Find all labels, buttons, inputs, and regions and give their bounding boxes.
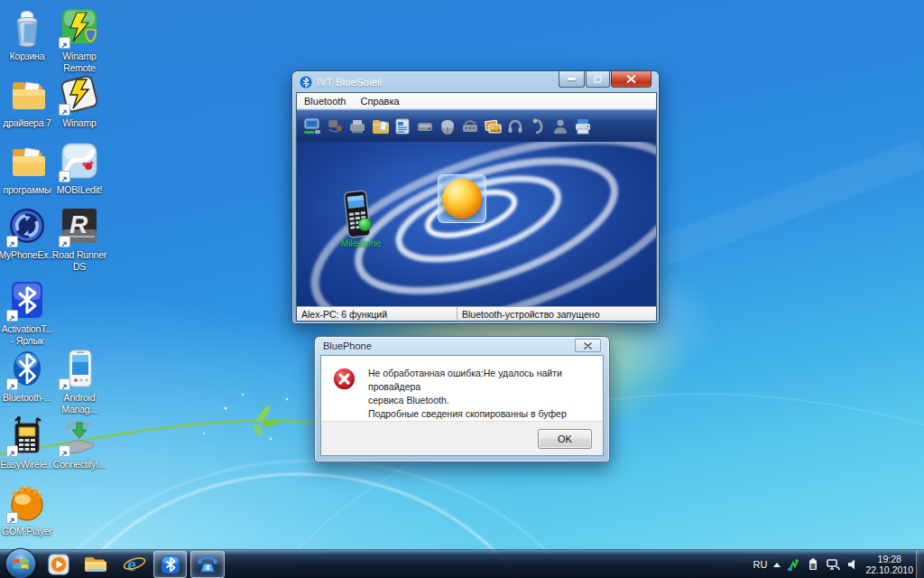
- error-icon: [334, 368, 355, 389]
- show-desktop-button[interactable]: [916, 550, 924, 578]
- taskbar-ie-button[interactable]: e: [119, 551, 150, 578]
- shortcut-arrow-icon: [59, 378, 70, 390]
- desktop-icon-easywireless[interactable]: EasyWirele...: [2, 415, 52, 471]
- volume-tray-icon[interactable]: [847, 558, 859, 571]
- myphoneexplorer-icon: [6, 206, 48, 247]
- close-icon: [626, 75, 636, 83]
- status-bluetooth-state: Bluetooth-устройство запущено: [457, 307, 656, 321]
- minimize-icon: [568, 78, 576, 80]
- minimize-button[interactable]: [559, 71, 585, 88]
- bluetooth-square-icon: [6, 280, 48, 322]
- desktop-icon-bluetooth[interactable]: Bluetooth-...: [2, 349, 52, 404]
- svg-text:R: R: [69, 210, 88, 238]
- menu-help[interactable]: Справка: [353, 95, 406, 107]
- desktop-icon-mobiledit[interactable]: MOBILedit!: [54, 141, 105, 196]
- hand-phone-icon: [59, 415, 100, 457]
- personal-network-icon[interactable]: [550, 115, 570, 138]
- local-device-sun-icon: [442, 179, 482, 219]
- caption-buttons: [559, 71, 651, 88]
- windows-logo-icon: [12, 555, 30, 573]
- close-icon: [584, 342, 592, 350]
- shortcut-arrow-icon: [6, 512, 18, 524]
- taskbar: e RU: [0, 549, 924, 578]
- road-runner-icon: R: [59, 206, 100, 247]
- mobiledit-icon: [59, 141, 100, 182]
- shortcut-arrow-icon: [59, 104, 70, 116]
- information-sync-icon[interactable]: [393, 115, 412, 138]
- power-tray-icon[interactable]: [807, 557, 819, 572]
- statusbar: Alex-PC: 6 функций Bluetooth-устройство …: [297, 306, 656, 321]
- serial-port-icon[interactable]: [438, 115, 457, 138]
- show-hidden-icons-button[interactable]: [773, 563, 781, 567]
- winamp-icon: [59, 74, 100, 116]
- shortcut-arrow-icon: [6, 445, 18, 457]
- dialog-close-button[interactable]: [575, 339, 601, 352]
- desktop-icon-winamp-remote[interactable]: Winamp Remote: [54, 7, 105, 74]
- local-device-selection[interactable]: [438, 174, 486, 223]
- desktop-icon-label: Android Manag...: [47, 392, 112, 415]
- file-transfer-icon[interactable]: [370, 115, 390, 138]
- fax-icon[interactable]: [347, 115, 367, 138]
- window-title: IVT BlueSoleil: [317, 77, 382, 88]
- desktop-icon-recycle-bin[interactable]: Корзина: [2, 7, 52, 62]
- desktop-icon-android-manager[interactable]: Android Manag...: [54, 349, 105, 415]
- language-indicator[interactable]: RU: [753, 559, 768, 570]
- dialog-body: Не обработанная ошибка:Не удалось найти …: [320, 355, 604, 456]
- taskbar-bluephone-button[interactable]: [190, 551, 225, 578]
- folder-icon: [6, 141, 48, 182]
- shortcut-arrow-icon: [59, 445, 70, 457]
- bluesoleil-client-area: Bluetooth Справка: [296, 92, 657, 322]
- headphones-icon[interactable]: [505, 115, 525, 138]
- bluetooth-workspace[interactable]: Milestone: [297, 142, 656, 306]
- menubar: Bluetooth Справка: [297, 93, 656, 109]
- desktop-icon-road-runner[interactable]: R Road Runner DS: [54, 206, 105, 273]
- explorer-folder-icon: [82, 553, 107, 576]
- bluesoleil-bluetooth-icon: [160, 554, 181, 575]
- shortcut-arrow-icon: [6, 310, 18, 322]
- desktop-icon-drivers-folder[interactable]: драйвера 7: [2, 74, 52, 129]
- dialup-networking-icon[interactable]: [325, 115, 345, 138]
- tray-clock[interactable]: 19:28 22.10.2010: [865, 554, 913, 575]
- wireless-phone-icon: [6, 415, 48, 457]
- desktop-icon-activation[interactable]: ActivationT... - Ярлык: [2, 280, 52, 347]
- desktop-icon-winamp[interactable]: Winamp: [54, 74, 105, 129]
- menu-bluetooth[interactable]: Bluetooth: [297, 95, 353, 107]
- desktop-icon-label: Winamp Remote: [47, 51, 112, 74]
- lan-access-icon[interactable]: [415, 115, 435, 138]
- recycle-bin-icon: [6, 7, 48, 49]
- maximize-icon: [594, 76, 602, 83]
- maximize-button[interactable]: [586, 71, 610, 88]
- basic-imaging-icon[interactable]: [483, 115, 503, 138]
- clock-time: 19:28: [865, 554, 913, 564]
- device-status-badge: [358, 218, 372, 231]
- taskbar-bluesoleil-button[interactable]: [153, 551, 187, 578]
- toolbar: [297, 109, 656, 142]
- svg-text:e: e: [127, 553, 136, 575]
- desktop-icon-label: ConnectifyI...: [47, 459, 112, 471]
- modem-icon[interactable]: [460, 115, 480, 138]
- taskbar-wmp-button[interactable]: [43, 551, 74, 578]
- desktop-icon-programs-folder[interactable]: программы: [2, 141, 52, 196]
- printer-icon[interactable]: [573, 115, 593, 138]
- desktop-icon-myphoneexplorer[interactable]: MyPhoneEx...: [2, 206, 52, 261]
- ok-button[interactable]: OK: [538, 429, 592, 449]
- bluephone-icon: [196, 554, 219, 575]
- desktop-icon-label: ActivationT... - Ярлык: [0, 323, 60, 347]
- network-tray-icon[interactable]: [826, 557, 841, 572]
- bluephone-error-dialog: BluePhone Не обработанная ошибка:Не удал…: [314, 336, 610, 462]
- start-button[interactable]: [5, 548, 36, 578]
- my-device-icon[interactable]: [302, 115, 322, 138]
- shortcut-arrow-icon: [6, 378, 18, 390]
- gom-player-icon: [6, 482, 48, 524]
- internet-explorer-icon: e: [122, 553, 147, 576]
- remote-device-phone[interactable]: [338, 189, 376, 241]
- close-button[interactable]: [611, 71, 651, 88]
- dialog-titlebar[interactable]: BluePhone: [315, 337, 609, 355]
- desktop-icon-connectify[interactable]: ConnectifyI...: [54, 415, 105, 471]
- taskbar-explorer-button[interactable]: [79, 551, 110, 578]
- connection-tray-icon[interactable]: [787, 557, 800, 572]
- desktop-icon-gom-player[interactable]: GOM Player: [2, 482, 52, 537]
- bluetooth-oval-icon: [6, 349, 48, 390]
- desktop-icon-label: Road Runner DS: [47, 249, 112, 273]
- headset-icon[interactable]: [528, 115, 548, 138]
